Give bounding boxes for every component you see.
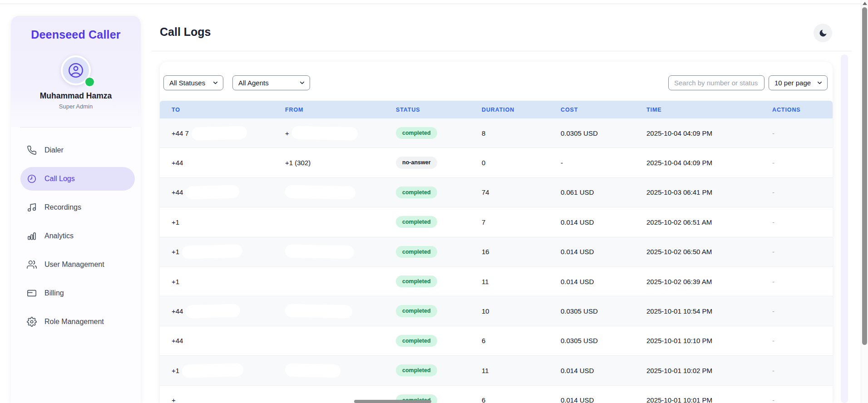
- redacted-number: [285, 304, 353, 318]
- redacted-number: [285, 185, 356, 200]
- cell-time: 2025-10-02 06:39 AM: [635, 278, 760, 285]
- redacted-number: [182, 363, 244, 378]
- cell-cost: 0.061 USD: [549, 188, 635, 196]
- cell-to: +1: [160, 278, 273, 285]
- clock-icon: [26, 173, 37, 184]
- cell-time: 2025-10-01 10:54 PM: [635, 307, 760, 315]
- column-header-status: STATUS: [384, 107, 470, 113]
- cell-to: +1: [160, 364, 273, 377]
- sidebar: Deenseed Caller Muhammad Hamza Super Adm…: [11, 16, 141, 403]
- sidebar-item-label: Dialer: [44, 146, 64, 154]
- cell-actions: -: [760, 367, 833, 374]
- vertical-scrollbar-thumb[interactable]: [862, 7, 867, 345]
- cell-to: +44: [160, 186, 273, 199]
- sidebar-item-label: Recordings: [44, 203, 81, 211]
- cell-status: completed: [384, 187, 470, 198]
- column-header-cost: COST: [549, 107, 635, 113]
- cell-status: completed: [384, 246, 470, 258]
- sidebar-item-analytics[interactable]: Analytics: [20, 224, 135, 248]
- cell-duration: 8: [470, 129, 549, 137]
- cell-from: [273, 245, 384, 258]
- sidebar-item-call-logs[interactable]: Call Logs: [20, 167, 135, 191]
- cell-cost: 0.014 USD: [549, 278, 635, 285]
- redacted-number: [186, 304, 241, 318]
- sidebar-item-dialer[interactable]: Dialer: [20, 138, 135, 162]
- user-name: Muhammad Hamza: [11, 91, 141, 101]
- page-size-select[interactable]: 10 per page: [769, 75, 828, 90]
- agent-filter-value: All Agents: [238, 79, 269, 87]
- redacted-number: [285, 364, 341, 378]
- table-row: +1completed110.014 USD2025-10-02 06:39 A…: [160, 267, 833, 296]
- app-page: Deenseed Caller Muhammad Hamza Super Adm…: [0, 0, 868, 403]
- table-header-row: TOFROMSTATUSDURATIONCOSTTIMEACTIONS: [160, 101, 833, 118]
- cell-cost: 0.0305 USD: [549, 337, 635, 344]
- table-body: +44 7+completed80.0305 USD2025-10-04 04:…: [160, 118, 833, 403]
- bar-chart-icon: [26, 231, 37, 241]
- moon-icon: [819, 29, 828, 38]
- table-row: +44+1 (302)no-answer0-2025-10-04 04:09 P…: [160, 148, 833, 177]
- sidebar-item-label: User Management: [44, 260, 104, 269]
- redacted-number: [285, 393, 349, 403]
- sidebar-item-billing[interactable]: Billing: [20, 281, 135, 305]
- header-divider: [152, 51, 852, 51]
- sidebar-nav: DialerCall LogsRecordingsAnalyticsUser M…: [11, 128, 141, 334]
- cell-duration: 0: [470, 159, 549, 167]
- vertical-scrollbar[interactable]: [861, 0, 868, 403]
- cell-from: [273, 364, 384, 377]
- status-filter-select[interactable]: All Statuses: [163, 75, 223, 90]
- chevron-down-icon: [299, 79, 306, 86]
- agent-filter-select[interactable]: All Agents: [232, 75, 310, 90]
- profile-section: Deenseed Caller Muhammad Hamza Super Adm…: [11, 16, 141, 127]
- cell-cost: 0.014 USD: [549, 248, 635, 256]
- column-header-to: TO: [160, 107, 273, 113]
- cell-to: +: [160, 396, 273, 403]
- cell-status: completed: [384, 275, 470, 287]
- redacted-number: [291, 126, 358, 140]
- chevron-down-icon: [816, 79, 823, 86]
- status-badge: completed: [396, 246, 437, 258]
- call-logs-panel: All Statuses All Agents 10 per page TOFR…: [160, 62, 833, 403]
- sidebar-item-recordings[interactable]: Recordings: [20, 196, 135, 219]
- cell-cost: 0.0305 USD: [549, 129, 635, 137]
- sidebar-item-label: Role Management: [44, 318, 104, 326]
- search-input[interactable]: [668, 75, 764, 90]
- sidebar-item-label: Billing: [44, 289, 64, 297]
- cell-time: 2025-10-04 04:09 PM: [635, 159, 760, 167]
- table-row: +1completed160.014 USD2025-10-02 06:50 A…: [160, 237, 833, 267]
- cell-actions: -: [760, 278, 833, 285]
- column-header-from: FROM: [273, 107, 384, 113]
- status-badge: completed: [396, 275, 437, 287]
- top-divider: [0, 4, 861, 4]
- table-row: +44completed100.0305 USD2025-10-01 10:54…: [160, 296, 833, 326]
- sidebar-item-role-management[interactable]: Role Management: [20, 310, 135, 334]
- cell-time: 2025-10-04 04:09 PM: [635, 129, 760, 137]
- credit-card-icon: [26, 288, 37, 299]
- cell-time: 2025-10-01 10:10 PM: [635, 337, 760, 344]
- table-row: +44completed60.0305 USD2025-10-01 10:10 …: [160, 326, 833, 356]
- scrollbar-up-arrow-icon[interactable]: [863, 2, 867, 5]
- cell-actions: -: [760, 307, 833, 315]
- cell-duration: 6: [470, 396, 549, 403]
- brand-title: Deenseed Caller: [11, 16, 141, 41]
- table-row: +1completed110.014 USD2025-10-01 10:02 P…: [160, 356, 833, 385]
- theme-toggle-button[interactable]: [814, 24, 832, 42]
- sidebar-item-user-management[interactable]: User Management: [20, 253, 135, 276]
- content-scrollbar-track[interactable]: [841, 54, 848, 403]
- music-note-icon: [26, 202, 37, 213]
- table-row: +1completed70.014 USD2025-10-02 06:51 AM…: [160, 207, 833, 237]
- column-header-time: TIME: [635, 107, 760, 113]
- users-icon: [26, 259, 37, 270]
- cell-actions: -: [760, 337, 833, 344]
- cell-to: +1: [160, 245, 273, 258]
- horizontal-scrollbar-thumb[interactable]: [354, 400, 431, 403]
- table-row: +44 7+completed80.0305 USD2025-10-04 04:…: [160, 118, 833, 148]
- cell-duration: 6: [470, 337, 549, 344]
- redacted-number: [192, 126, 247, 140]
- cell-actions: -: [760, 218, 833, 226]
- cell-duration: 11: [470, 278, 549, 285]
- cell-from: +: [273, 127, 384, 140]
- cell-actions: -: [760, 129, 833, 137]
- cell-to: +44: [160, 159, 273, 167]
- status-filter-value: All Statuses: [169, 79, 205, 87]
- cell-cost: -: [549, 159, 635, 167]
